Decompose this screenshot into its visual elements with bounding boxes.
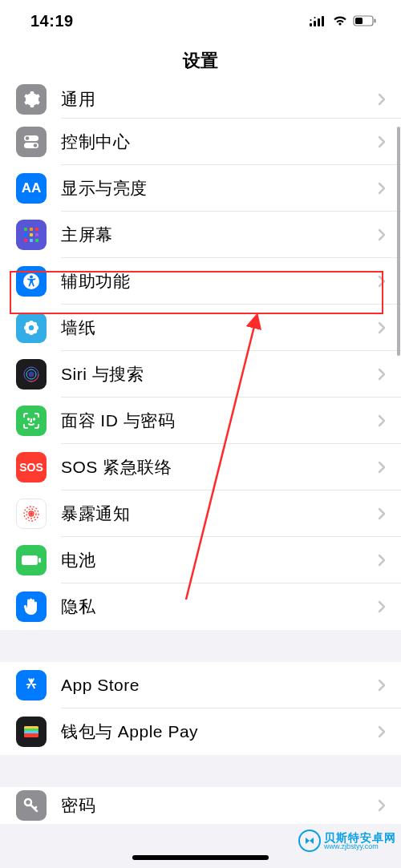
exposure-icon <box>16 499 47 529</box>
row-label: App Store <box>47 676 377 695</box>
svg-point-32 <box>29 325 34 330</box>
row-sos[interactable]: SOS SOS 紧急联络 <box>0 444 401 491</box>
row-passwords[interactable]: 密码 <box>0 787 401 824</box>
status-time: 14:19 <box>30 12 74 30</box>
row-home-screen[interactable]: 主屏幕 <box>0 212 401 258</box>
row-label: SOS 紧急联络 <box>47 456 377 478</box>
row-label: 辅助功能 <box>47 270 377 293</box>
chevron-right-icon <box>377 600 401 613</box>
chevron-right-icon <box>377 554 401 567</box>
faceid-icon <box>16 406 47 436</box>
watermark: 贝斯特安卓网 www.zjbstyy.com <box>298 830 396 852</box>
home-grid-icon <box>16 220 47 250</box>
row-label: 显示与亮度 <box>47 177 377 200</box>
svg-rect-1 <box>314 21 316 26</box>
svg-rect-7 <box>355 18 363 24</box>
battery-full-icon <box>16 545 47 575</box>
hand-icon <box>16 591 47 622</box>
svg-point-23 <box>30 276 33 279</box>
nav-bar: 设置 <box>0 42 401 80</box>
key-icon <box>16 790 47 821</box>
row-label: 隐私 <box>47 595 377 618</box>
row-label: 钱包与 Apple Pay <box>47 721 377 743</box>
svg-point-5 <box>314 17 316 18</box>
flower-icon <box>16 313 47 343</box>
row-accessibility[interactable]: 辅助功能 <box>0 258 401 305</box>
svg-rect-16 <box>24 233 27 236</box>
watermark-url: www.zjbstyy.com <box>324 843 396 850</box>
svg-point-10 <box>26 136 30 140</box>
svg-rect-15 <box>35 228 38 231</box>
settings-group-3: 密码 <box>0 787 401 824</box>
row-label: 面容 ID 与密码 <box>47 410 377 432</box>
row-label: 主屏幕 <box>47 224 377 246</box>
svg-point-4 <box>310 19 312 21</box>
row-app-store[interactable]: App Store <box>0 662 401 709</box>
row-label: 电池 <box>47 549 377 571</box>
row-exposure[interactable]: 暴露通知 <box>0 491 401 537</box>
svg-point-36 <box>29 372 34 377</box>
svg-rect-2 <box>318 18 320 26</box>
settings-group-1: 通用 控制中心 AA 显示与亮度 主屏幕 辅助功能 <box>0 80 401 630</box>
wifi-icon <box>332 15 348 26</box>
chevron-right-icon <box>377 414 401 427</box>
row-siri[interactable]: Siri 与搜索 <box>0 351 401 398</box>
watermark-title: 贝斯特安卓网 <box>324 832 396 843</box>
sos-icon: SOS <box>16 452 47 482</box>
status-indicators <box>310 15 377 26</box>
scroll-indicator <box>397 127 400 356</box>
row-label: Siri 与搜索 <box>47 363 377 386</box>
row-label: 控制中心 <box>47 131 377 153</box>
row-label: 暴露通知 <box>47 503 377 525</box>
svg-rect-21 <box>35 239 38 242</box>
siri-icon <box>16 359 47 390</box>
home-indicator <box>132 855 269 860</box>
row-control-center[interactable]: 控制中心 <box>0 119 401 165</box>
appstore-icon <box>16 670 47 700</box>
svg-point-12 <box>34 143 38 147</box>
switches-icon <box>16 127 47 157</box>
svg-point-42 <box>30 512 33 515</box>
row-display[interactable]: AA 显示与亮度 <box>0 165 401 212</box>
row-label: 通用 <box>47 88 377 111</box>
status-bar: 14:19 <box>0 0 401 42</box>
row-label: 密码 <box>47 794 377 817</box>
chevron-right-icon <box>377 679 401 692</box>
battery-icon <box>353 15 377 26</box>
chevron-right-icon <box>377 799 401 812</box>
svg-rect-3 <box>322 16 324 26</box>
settings-group-2: App Store 钱包与 Apple Pay <box>0 662 401 755</box>
svg-rect-13 <box>24 228 27 231</box>
row-wallet[interactable]: 钱包与 Apple Pay <box>0 709 401 755</box>
svg-rect-8 <box>375 19 376 23</box>
page-title: 设置 <box>183 49 218 73</box>
svg-rect-43 <box>22 555 38 565</box>
row-general[interactable]: 通用 <box>0 80 401 119</box>
chevron-right-icon <box>377 368 401 381</box>
svg-point-37 <box>28 418 29 419</box>
svg-rect-19 <box>24 239 27 242</box>
svg-rect-18 <box>35 233 38 236</box>
row-battery[interactable]: 电池 <box>0 537 401 583</box>
svg-rect-14 <box>30 228 33 231</box>
chevron-right-icon <box>377 507 401 520</box>
cellular-icon <box>310 15 327 26</box>
svg-rect-48 <box>24 733 38 737</box>
svg-rect-44 <box>38 558 41 563</box>
row-privacy[interactable]: 隐私 <box>0 583 401 630</box>
svg-point-38 <box>34 418 34 419</box>
svg-rect-20 <box>30 239 33 242</box>
chevron-right-icon <box>377 461 401 474</box>
svg-rect-0 <box>310 23 312 26</box>
row-wallpaper[interactable]: 墙纸 <box>0 305 401 351</box>
watermark-logo-icon <box>298 830 321 852</box>
chevron-right-icon <box>377 93 401 106</box>
text-size-icon: AA <box>16 173 47 204</box>
gear-icon <box>16 84 47 115</box>
svg-rect-17 <box>30 233 33 236</box>
row-faceid[interactable]: 面容 ID 与密码 <box>0 398 401 444</box>
wallet-icon <box>16 717 47 747</box>
accessibility-icon <box>16 266 47 297</box>
chevron-right-icon <box>377 725 401 738</box>
row-label: 墙纸 <box>47 317 377 339</box>
